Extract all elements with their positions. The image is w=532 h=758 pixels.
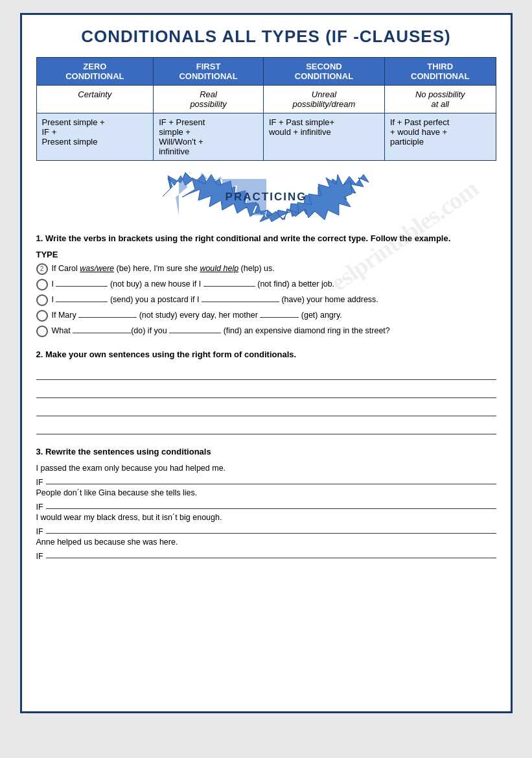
row3-text: If Mary (not study) every day, her mothe… xyxy=(52,309,496,322)
table-header-zero: ZEROCONDITIONAL xyxy=(36,58,154,86)
exercise-1-title: 1. Write the verbs in brackets using the… xyxy=(36,233,496,244)
formula-zero: Present simple +IF +Present simple xyxy=(36,113,154,161)
practicing-label: PRACTICING xyxy=(187,179,346,215)
sentence-pair-1: I passed the exam only because you had h… xyxy=(36,464,496,487)
exercise-example-row: 2 If Carol was/were (be) here, I'm sure … xyxy=(36,262,496,275)
row1-text: I (not buy) a new house if I (not find) … xyxy=(52,278,496,290)
table-header-third: THIRDCONDITIONAL xyxy=(384,58,496,86)
exercise-row-1: I (not buy) a new house if I (not find) … xyxy=(36,278,496,290)
row2-circle xyxy=(36,294,48,306)
exercise-3: 3. Rewrite the sentences using condition… xyxy=(36,446,496,560)
example-circle: 2 xyxy=(36,263,48,275)
row2-text: I (send) you a postcard if I (have) your… xyxy=(52,293,496,306)
exercise-row-4: What (do) if you (find) an expensive dia… xyxy=(36,324,496,337)
formula-third: If + Past perfect+ would have +participl… xyxy=(384,113,496,161)
starburst-banner: PRACTICING xyxy=(163,172,370,221)
sentence-pair-3: I would wear my black dress, but it isn´… xyxy=(36,513,496,536)
sentence-pair-2: People don´t like Gina because she tells… xyxy=(36,488,496,512)
sentence-pair-4: Anne helped us because she was here. IF xyxy=(36,538,496,561)
if-line-1: IF xyxy=(36,473,496,487)
sentence-4: Anne helped us because she was here. xyxy=(36,538,496,547)
certainty-first: Realpossibility xyxy=(154,86,264,113)
exercise-2-title: 2. Make your own sentences using the rig… xyxy=(36,349,496,361)
if-line-4: IF xyxy=(36,547,496,561)
exercise-2: 2. Make your own sentences using the rig… xyxy=(36,349,496,434)
type-label: TYPE xyxy=(36,250,496,259)
row3-circle xyxy=(36,310,48,322)
row4-circle xyxy=(36,326,48,337)
sentence-3: I would wear my black dress, but it isn´… xyxy=(36,513,496,522)
writing-line xyxy=(36,366,496,380)
table-header-first: FIRSTCONDITIONAL xyxy=(154,58,264,86)
page-title: CONDITIONALS ALL TYPES (IF -CLAUSES) xyxy=(36,27,496,47)
certainty-zero: Certainty xyxy=(36,86,154,113)
exercise-3-title: 3. Rewrite the sentences using condition… xyxy=(36,446,496,458)
worksheet-page: eslprintables.com CONDITIONALS ALL TYPES… xyxy=(20,13,513,713)
if-line-2: IF xyxy=(36,497,496,512)
writing-line xyxy=(36,420,496,434)
table-header-second: SECONDCONDITIONAL xyxy=(263,58,384,86)
certainty-second: Unrealpossibility/dream xyxy=(263,86,384,113)
exercise-1: 1. Write the verbs in brackets using the… xyxy=(36,233,496,337)
writing-lines-2 xyxy=(36,366,496,434)
exercise-row-3: If Mary (not study) every day, her mothe… xyxy=(36,309,496,322)
sentence-2: People don´t like Gina because she tells… xyxy=(36,488,496,497)
certainty-third: No possibilityat all xyxy=(384,86,496,113)
practicing-section: PRACTICING xyxy=(36,172,496,221)
row4-text: What (do) if you (find) an expensive dia… xyxy=(52,324,496,337)
conditionals-table: ZEROCONDITIONAL FIRSTCONDITIONAL SECONDC… xyxy=(36,57,496,161)
sentence-1: I passed the exam only because you had h… xyxy=(36,464,496,473)
writing-line xyxy=(36,402,496,416)
row1-circle xyxy=(36,279,48,290)
exercise-row-2: I (send) you a postcard if I (have) your… xyxy=(36,293,496,306)
formula-first: IF + Presentsimple +Will/Won't +infiniti… xyxy=(154,113,264,161)
writing-line xyxy=(36,384,496,398)
if-line-3: IF xyxy=(36,522,496,536)
formula-second: IF + Past simple+would + infinitive xyxy=(263,113,384,161)
example-text: If Carol was/were (be) here, I'm sure sh… xyxy=(52,262,496,275)
